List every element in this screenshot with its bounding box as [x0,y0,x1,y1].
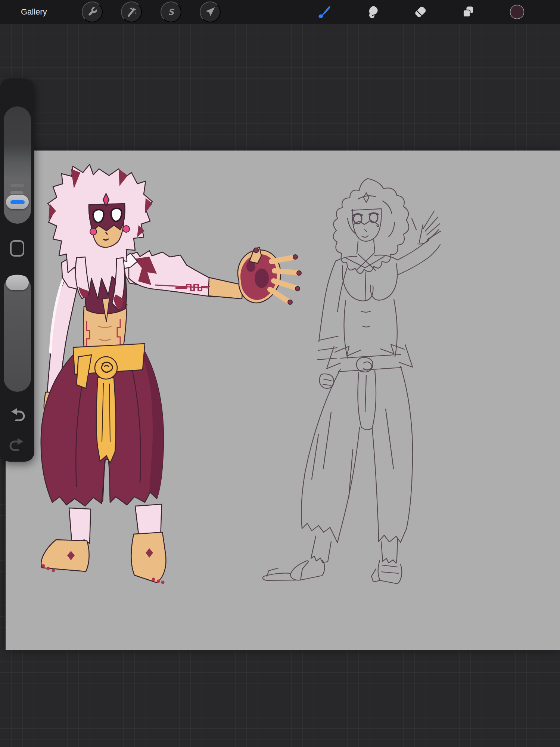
color-swatch-button[interactable] [507,2,527,22]
paintbrush-icon [317,3,332,21]
erase-tool-button[interactable] [411,2,430,22]
slider-tick-mark-1 [10,184,24,187]
redo-icon [9,436,25,453]
brush-size-handle[interactable] [6,195,29,209]
sidebar [0,78,34,462]
opacity-slider[interactable] [4,275,31,392]
slider-tick-mark-2 [10,191,23,194]
drawing-canvas[interactable] [6,151,560,650]
smudge-tool-button[interactable] [363,2,382,22]
move-arrow-icon [204,6,217,18]
undo-button[interactable] [9,406,25,423]
svg-text:S: S [168,7,175,17]
current-color-swatch [510,2,525,22]
actions-button[interactable] [82,1,103,22]
top-toolbar: Gallery S [0,0,560,24]
character-artwork [6,151,560,650]
paint-tool-button[interactable] [315,2,335,22]
gallery-button[interactable]: Gallery [21,0,47,24]
s-selection-icon: S [165,6,177,18]
transform-button[interactable] [200,1,221,22]
procreate-workspace: { "toolbar": { "gallery_label": "Gallery… [0,0,560,747]
wrench-icon [86,6,99,18]
redo-button[interactable] [9,436,25,453]
adjustments-button[interactable] [121,1,142,22]
layers-icon [461,3,476,21]
colored-render-figure [41,164,301,584]
modify-button[interactable] [10,240,24,257]
undo-icon [9,406,25,423]
smudge-finger-icon [365,3,380,21]
size-accent-bar [10,200,25,204]
layers-button[interactable] [458,2,478,22]
pencil-sketch-figure [263,179,441,584]
magic-wand-icon [125,6,138,18]
opacity-handle[interactable] [6,275,29,290]
selection-button[interactable]: S [161,1,181,22]
eraser-icon [413,3,428,21]
